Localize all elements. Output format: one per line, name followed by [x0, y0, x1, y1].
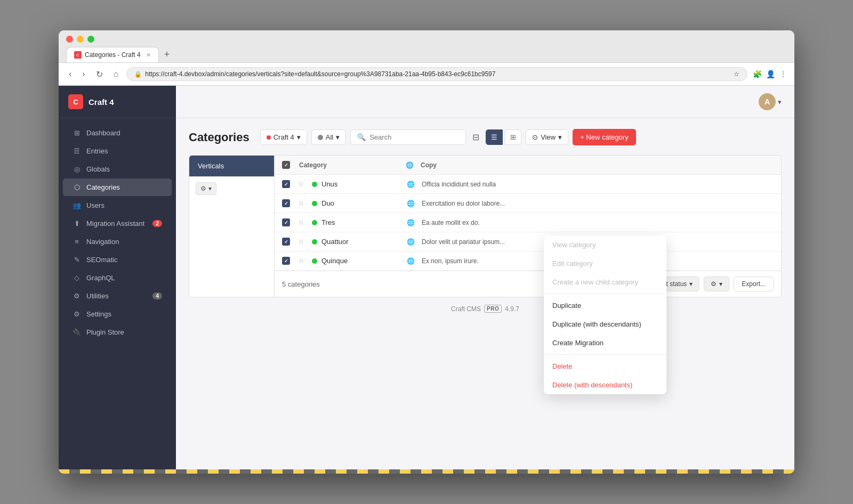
context-create-migration[interactable]: Create Migration [544, 334, 666, 352]
context-delete-descendants[interactable]: Delete (with descendants) [544, 376, 666, 394]
user-menu-chevron[interactable]: ▾ [778, 98, 782, 106]
profile-icon[interactable]: 👤 [766, 70, 775, 78]
select-all-checkbox[interactable] [282, 161, 290, 169]
bulk-actions-button[interactable]: ⚙ ▾ [704, 277, 729, 291]
category-count: 5 categories [282, 280, 320, 288]
context-menu: View category Edit category Create a new… [544, 235, 666, 394]
window-close-dot[interactable] [66, 36, 73, 43]
bookmark-icon[interactable]: ☆ [734, 70, 739, 78]
view-dropdown-button[interactable]: ⊙ View ▾ [526, 129, 568, 145]
tab-close-button[interactable]: ✕ [146, 52, 151, 59]
back-button[interactable]: ‹ [66, 68, 74, 80]
extensions-icon[interactable]: 🧩 [753, 70, 762, 78]
new-tab-button[interactable]: + [161, 49, 173, 60]
row-1-globe: 🌐 [407, 181, 422, 188]
row-2-checkbox-cell [282, 199, 299, 207]
sidebar-label-entries: Entries [86, 147, 108, 155]
context-create-child: Create a new child category [544, 273, 666, 291]
row-1-drag-handle[interactable]: ⁞⁞ [299, 181, 310, 188]
sidebar-item-categories[interactable]: ⬡ Categories [63, 178, 172, 196]
table-row[interactable]: ⁞⁞ Duo 🌐 Exercitation eu dolor labore... [275, 194, 781, 213]
users-icon: 👥 [73, 201, 81, 209]
all-filter-button[interactable]: All ▾ [311, 129, 346, 145]
export-button[interactable]: Export... [734, 277, 774, 291]
forward-button[interactable]: › [79, 68, 87, 80]
table-footer: 5 categories Set status ▾ ⚙ ▾ [275, 271, 781, 297]
row-4-globe: 🌐 [407, 238, 422, 246]
home-button[interactable]: ⌂ [111, 68, 122, 80]
sidebar-item-utilities[interactable]: ⚙ Utilities 4 [63, 287, 172, 305]
app-name: Craft 4 [88, 97, 114, 107]
row-5-status-dot [312, 258, 317, 264]
migration-badge: 2 [152, 220, 162, 227]
navigation-icon: ≡ [73, 238, 81, 246]
table-row[interactable]: ⁞⁞ Unus 🌐 Officia incididunt sed nulla [275, 175, 781, 194]
row-5-checkbox[interactable] [282, 257, 290, 265]
app-logo: C [68, 94, 83, 109]
row-3-drag-handle[interactable]: ⁞⁞ [299, 219, 310, 226]
table-row[interactable]: ⁞⁞ Tres 🌐 Ea aute mollit ex do. [275, 213, 781, 232]
sidebar-item-plugin-store[interactable]: 🔌 Plugin Store [63, 323, 172, 341]
sidebar-item-settings[interactable]: ⚙ Settings [63, 305, 172, 323]
row-1-checkbox[interactable] [282, 180, 290, 188]
th-category: Category [299, 161, 406, 169]
row-1-status-dot [312, 182, 317, 187]
graphql-icon: ◇ [73, 274, 81, 282]
row-1-checkbox-cell [282, 180, 299, 188]
context-delete[interactable]: Delete [544, 357, 666, 376]
row-4-checkbox[interactable] [282, 238, 290, 246]
sidebar-item-migration-assistant[interactable]: ⬆ Migration Assistant 2 [63, 215, 172, 232]
new-category-button[interactable]: + New category [573, 129, 636, 145]
header-controls: Craft 4 ▾ All ▾ 🔍 ⊟ [260, 129, 636, 145]
sidebar-item-users[interactable]: 👥 Users [63, 197, 172, 214]
reload-button[interactable]: ↻ [93, 68, 106, 80]
row-3-checkbox[interactable] [282, 218, 290, 226]
url-bar[interactable]: 🔒 https://craft-4.devbox/admin/categorie… [126, 67, 747, 81]
list-view-button[interactable]: ☰ [486, 129, 503, 145]
row-1-copy: Officia incididunt sed nulla [422, 181, 774, 188]
footer-version: 4.9.7 [505, 305, 519, 313]
row-3-copy: Ea aute mollit ex do. [422, 219, 774, 226]
context-edit-category: Edit category [544, 254, 666, 273]
search-icon: 🔍 [357, 133, 366, 141]
sidebar-label-globals: Globals [86, 165, 110, 173]
context-duplicate[interactable]: Duplicate [544, 296, 666, 315]
sidebar-item-graphql[interactable]: ◇ GraphQL [63, 269, 172, 287]
page-title: Categories [189, 131, 250, 144]
grid-view-button[interactable]: ⊞ [505, 129, 521, 145]
window-minimize-dot[interactable] [77, 36, 84, 43]
row-2-drag-handle[interactable]: ⁞⁞ [299, 200, 310, 207]
table-row[interactable]: ⁞⁞ Quattuor 🌐 Dolor velit ut pariatur ip… [275, 232, 781, 251]
browser-tab[interactable]: C Categories - Craft 4 ✕ [66, 47, 159, 62]
row-4-drag-handle[interactable]: ⁞⁞ [299, 238, 310, 246]
view-label: ⊙ [532, 133, 538, 141]
row-5-drag-handle[interactable]: ⁞⁞ [299, 257, 310, 265]
sidebar-item-entries[interactable]: ☰ Entries [63, 142, 172, 160]
panel-settings-button[interactable]: ⚙ ▾ [196, 182, 216, 195]
table-header: Category 🌐 Copy [275, 156, 781, 175]
sidebar-item-seomatic[interactable]: ✎ SEOmatic [63, 251, 172, 269]
menu-icon[interactable]: ⋮ [779, 70, 787, 78]
site-selector-button[interactable]: Craft 4 ▾ [260, 129, 307, 145]
user-avatar[interactable]: A [759, 93, 776, 110]
bottom-stripe [59, 469, 794, 474]
sidebar-label-dashboard: Dashboard [86, 129, 120, 137]
sidebar-item-dashboard[interactable]: ⊞ Dashboard [63, 124, 172, 142]
sidebar-item-globals[interactable]: ◎ Globals [63, 160, 172, 178]
site-chevron-icon: ▾ [297, 133, 301, 141]
category-group-panel: Verticals ⚙ ▾ [189, 156, 275, 297]
row-5-globe: 🌐 [407, 257, 422, 265]
search-input[interactable] [369, 133, 459, 141]
row-4-name: Quattuor [321, 238, 407, 246]
row-4-checkbox-cell [282, 238, 299, 246]
context-duplicate-descendants[interactable]: Duplicate (with descendants) [544, 315, 666, 334]
filter-button[interactable]: ⊟ [470, 130, 481, 144]
seomatic-icon: ✎ [73, 256, 81, 264]
sidebar-item-navigation[interactable]: ≡ Navigation [63, 233, 172, 250]
window-maximize-dot[interactable] [87, 36, 94, 43]
row-2-checkbox[interactable] [282, 199, 290, 207]
table-row[interactable]: ⁞⁞ Quinque 🌐 Ex non, ipsum irure. [275, 251, 781, 271]
context-divider-2 [544, 354, 666, 355]
data-table: Category 🌐 Copy ⁞⁞ [275, 156, 781, 297]
verticals-panel-item[interactable]: Verticals [189, 156, 274, 176]
